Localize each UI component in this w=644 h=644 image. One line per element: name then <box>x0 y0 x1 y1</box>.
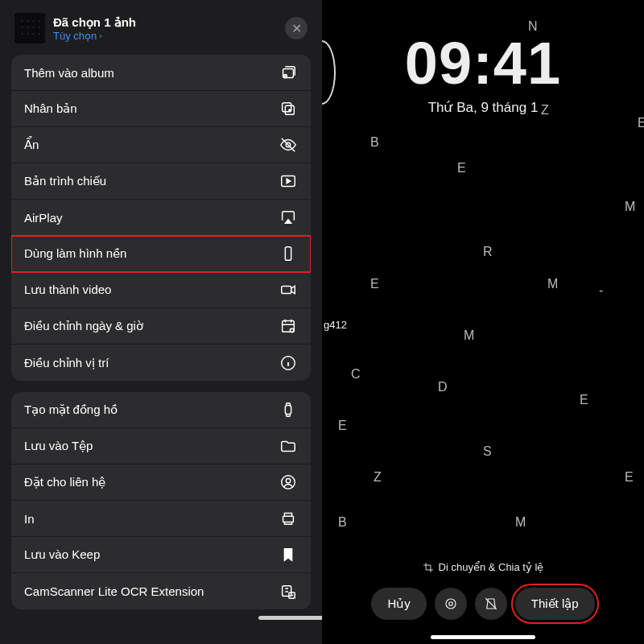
menu-item-label: CamScanner Lite OCR Extension <box>24 584 204 598</box>
bg-letter: S <box>483 444 492 459</box>
menu-item-assign-contact[interactable]: Đặt cho liên hệ <box>11 464 311 501</box>
bg-letter: B <box>338 515 347 530</box>
bg-letter: - <box>599 283 603 298</box>
bg-letter: E <box>457 161 466 175</box>
wallpaper-preview: 09:41 Thứ Ba, 9 tháng 1 g412 Di chuyển &… <box>322 0 644 644</box>
options-label: Tùy chọn <box>53 30 97 42</box>
info-icon <box>279 353 298 373</box>
menu-item-watch-face[interactable]: Tạo mặt đồng hồ <box>11 392 311 428</box>
menu-item-duplicate[interactable]: Nhân bản <box>11 91 311 127</box>
album-add-icon <box>279 63 298 82</box>
bg-letter: D <box>438 380 448 394</box>
bg-letter: R <box>483 245 493 259</box>
options-link[interactable]: Tùy chọn › <box>53 30 277 42</box>
menu-item-save-video[interactable]: Lưu thành video <box>11 272 311 308</box>
menu-item-print[interactable]: In <box>11 501 311 537</box>
contact-icon <box>279 473 298 492</box>
bg-letter: C <box>351 367 361 382</box>
selected-photo-thumbnail[interactable] <box>14 13 45 43</box>
printer-icon <box>279 509 298 528</box>
bottom-controls: Hủy Thiết lập <box>322 588 644 620</box>
bg-letter: E <box>370 277 379 291</box>
bg-letter: E <box>625 470 634 485</box>
bg-letter: E <box>638 116 644 130</box>
close-icon: ✕ <box>291 21 302 36</box>
svg-point-18 <box>448 602 452 606</box>
menu-item-label: Tạo mặt đồng hồ <box>24 402 118 417</box>
menu-item-label: Ẩn <box>24 138 39 152</box>
calendar-icon <box>279 316 298 336</box>
bg-letter: M <box>464 328 474 343</box>
menu-item-label: Bản trình chiếu <box>24 174 106 188</box>
close-button[interactable]: ✕ <box>285 17 308 39</box>
menu-item-airplay[interactable]: AirPlay <box>11 200 311 236</box>
svg-rect-8 <box>283 321 295 332</box>
play-square-icon <box>279 171 298 191</box>
airplay-icon <box>279 208 298 227</box>
header-text: Đã chọn 1 ảnh Tùy chọn › <box>53 15 277 42</box>
menu-groups-container: Thêm vào albumNhân bảnẨnBản trình chiếuA… <box>11 55 311 621</box>
svg-rect-11 <box>285 406 291 415</box>
watermark-text: g412 <box>324 319 347 331</box>
bg-letter: N <box>528 19 538 34</box>
svg-rect-14 <box>283 516 294 522</box>
perspective-button[interactable] <box>475 588 507 620</box>
bg-letter: Z <box>541 103 549 118</box>
bg-letter: B <box>370 135 379 150</box>
bg-letter: M <box>625 200 635 214</box>
menu-item-label: Lưu thành video <box>24 283 111 297</box>
bookmark-icon <box>279 545 298 564</box>
cancel-label: Hủy <box>387 597 410 611</box>
svg-point-13 <box>286 478 291 483</box>
folder-icon <box>279 436 298 456</box>
home-indicator <box>431 635 535 639</box>
svg-rect-7 <box>282 286 291 293</box>
menu-item-save-keep[interactable]: Lưu vào Keep <box>11 537 311 573</box>
move-scale-hint: Di chuyển & Chia tỷ lệ <box>322 561 644 573</box>
bg-letter: M <box>547 277 558 291</box>
perspective-off-icon <box>484 597 498 611</box>
filter-button[interactable] <box>435 588 467 620</box>
menu-item-camscanner[interactable]: CamScanner Lite OCR Extension <box>11 573 311 609</box>
duplicate-icon <box>279 99 298 118</box>
crop-icon <box>423 562 434 573</box>
cancel-button[interactable]: Hủy <box>371 588 426 620</box>
lock-time: 09:41 <box>322 29 644 97</box>
menu-item-hide[interactable]: Ẩn <box>11 127 311 163</box>
bg-letter: E <box>338 419 347 433</box>
lock-date: Thứ Ba, 9 tháng 1 <box>322 99 644 116</box>
menu-item-add-to-album[interactable]: Thêm vào album <box>11 55 311 91</box>
menu-item-label: Đặt cho liên hệ <box>24 475 105 489</box>
menu-item-save-files[interactable]: Lưu vào Tệp <box>11 428 311 464</box>
bg-letter: E <box>580 393 588 407</box>
phone-icon <box>279 244 298 263</box>
menu-item-label: Lưu vào Tệp <box>24 439 93 453</box>
hint-text: Di chuyển & Chia tỷ lệ <box>439 561 544 573</box>
svg-point-17 <box>446 599 456 609</box>
bg-letter: M <box>515 515 526 530</box>
menu-item-adjust-location[interactable]: Điều chỉnh vị trí <box>11 345 311 381</box>
video-icon <box>279 280 298 299</box>
sheet-header: Đã chọn 1 ảnh Tùy chọn › ✕ <box>11 8 311 55</box>
chevron-right-icon: › <box>99 31 102 40</box>
svg-rect-6 <box>285 247 291 261</box>
menu-item-label: Lưu vào Keep <box>24 547 100 562</box>
share-sheet: Đã chọn 1 ảnh Tùy chọn › ✕ Thêm vào albu… <box>0 0 322 644</box>
setup-label: Thiết lập <box>531 597 579 611</box>
setup-button[interactable]: Thiết lập <box>515 588 595 620</box>
menu-group: Thêm vào albumNhân bảnẨnBản trình chiếuA… <box>11 55 311 381</box>
menu-item-label: Điều chỉnh vị trí <box>24 356 109 370</box>
menu-item-slideshow[interactable]: Bản trình chiếu <box>11 163 311 200</box>
eye-off-icon <box>279 135 298 155</box>
menu-item-adjust-date[interactable]: Điều chỉnh ngày & giờ <box>11 308 311 345</box>
menu-item-label: Nhân bản <box>24 101 77 116</box>
bg-letter: Z <box>374 470 382 485</box>
menu-item-wallpaper[interactable]: Dùng làm hình nền <box>11 236 311 272</box>
menu-item-label: Dùng làm hình nền <box>24 246 126 261</box>
selection-title: Đã chọn 1 ảnh <box>53 15 277 30</box>
menu-item-label: In <box>24 512 35 526</box>
menu-item-label: Thêm vào album <box>24 66 114 80</box>
svg-rect-15 <box>283 585 291 596</box>
menu-item-label: AirPlay <box>24 211 63 225</box>
menu-group: Tạo mặt đồng hồLưu vào TệpĐặt cho liên h… <box>11 392 311 609</box>
